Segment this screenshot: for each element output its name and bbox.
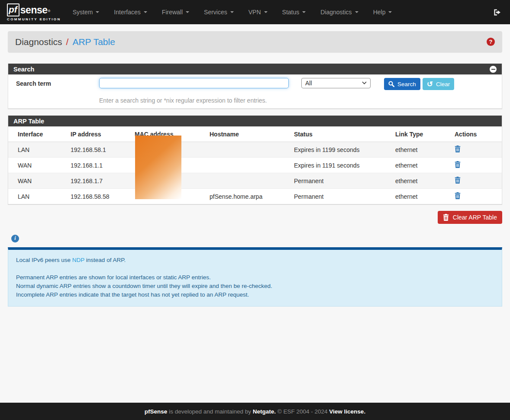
caret-down-icon <box>264 11 268 13</box>
cell-ip-address: 192.168.1.7 <box>71 173 135 189</box>
search-panel-header: Search <box>8 64 502 74</box>
note-ipv6: Local IPv6 peers use NDP instead of ARP. <box>16 256 494 265</box>
cell-status: Permanent <box>294 189 395 204</box>
breadcrumb-section: Diagnostics <box>15 37 62 47</box>
note-permanent: Permanent ARP entries are shown for loca… <box>16 273 494 282</box>
cell-link-type: ethernet <box>395 158 455 173</box>
menu-system[interactable]: System <box>65 0 107 24</box>
caret-down-icon <box>355 11 358 13</box>
trash-icon <box>455 145 461 152</box>
cell-link-type: ethernet <box>395 173 455 189</box>
menu-vpn[interactable]: VPN <box>241 0 275 24</box>
search-term-label: Search term <box>16 78 99 87</box>
mac-redaction-overlay <box>135 136 181 199</box>
logo-registered-mark: ® <box>48 6 51 16</box>
cell-link-type: ethernet <box>395 142 455 158</box>
cell-status: Expires in 1199 seconds <box>294 142 395 158</box>
cell-ip-address: 192.168.58.1 <box>71 142 135 158</box>
trash-icon <box>455 192 461 199</box>
info-icon: i <box>11 235 19 242</box>
search-panel: Search Search term All Search ↺ Clear En… <box>8 63 502 109</box>
menu-interfaces[interactable]: Interfaces <box>107 0 154 24</box>
caret-down-icon <box>144 11 147 13</box>
cell-hostname <box>210 142 294 158</box>
page-help-icon[interactable]: ? <box>487 38 495 46</box>
footer-pfsense-link[interactable]: pfSense <box>145 408 168 415</box>
cell-status: Expires in 1191 seconds <box>294 158 395 173</box>
search-icon <box>388 81 394 87</box>
col-ip-address: IP address <box>71 126 135 142</box>
trash-icon <box>455 161 461 168</box>
note-dynamic: Normal dynamic ARP entries show a countd… <box>16 282 494 291</box>
delete-arp-entry-button[interactable] <box>455 192 461 199</box>
menu-firewall[interactable]: Firewall <box>155 0 197 24</box>
top-navbar: pfsense® COMMUNITY EDITION System Interf… <box>0 0 510 24</box>
pfsense-logo[interactable]: pfsense® COMMUNITY EDITION <box>7 3 61 21</box>
cell-interface: WAN <box>8 173 71 189</box>
delete-arp-entry-button[interactable] <box>455 145 461 152</box>
col-status: Status <box>294 126 395 142</box>
search-input[interactable] <box>99 78 289 88</box>
trash-icon <box>455 177 461 184</box>
cell-hostname: pfSense.home.arpa <box>210 189 294 204</box>
arp-table: Interface IP address MAC address Hostnam… <box>8 126 502 204</box>
cell-interface: LAN <box>8 142 71 158</box>
search-help-text: Enter a search string or *nix regular ex… <box>99 97 494 104</box>
logo-sense: sense <box>20 5 48 15</box>
collapse-panel-icon[interactable] <box>490 66 497 73</box>
caret-down-icon <box>96 11 99 13</box>
table-row: LAN 192.168.58.1 Expires in 1199 seconds… <box>8 142 502 158</box>
arp-table-body: LAN 192.168.58.1 Expires in 1199 seconds… <box>8 142 502 204</box>
menu-diagnostics[interactable]: Diagnostics <box>313 0 365 24</box>
caret-down-icon <box>302 11 306 13</box>
arp-panel-header: ARP Table <box>8 116 502 126</box>
table-row: WAN 192.168.1.7 Permanent ethernet <box>8 173 502 189</box>
col-interface: Interface <box>8 126 71 142</box>
undo-icon: ↺ <box>427 81 433 88</box>
breadcrumb-page[interactable]: ARP Table <box>72 37 115 47</box>
cell-link-type: ethernet <box>395 189 455 204</box>
main-menu: System Interfaces Firewall Services VPN … <box>65 0 400 24</box>
col-hostname: Hostname <box>210 126 294 142</box>
arp-table-header-row: Interface IP address MAC address Hostnam… <box>8 126 502 142</box>
caret-down-icon <box>230 11 234 13</box>
cell-interface: LAN <box>8 189 71 204</box>
caret-down-icon <box>388 11 392 13</box>
menu-status[interactable]: Status <box>275 0 313 24</box>
table-row: WAN 192.168.1.1 Expires in 1191 seconds … <box>8 158 502 173</box>
breadcrumb-separator: / <box>66 37 69 47</box>
trash-icon <box>443 214 449 221</box>
menu-help[interactable]: Help <box>366 0 400 24</box>
ndp-link[interactable]: NDP <box>72 257 84 263</box>
sign-out-icon[interactable] <box>491 7 503 18</box>
filter-select[interactable]: All <box>301 78 371 88</box>
caret-down-icon <box>186 11 189 13</box>
cell-ip-address: 192.168.1.1 <box>71 158 135 173</box>
cell-hostname <box>210 173 294 189</box>
footer-netgate-link[interactable]: Netgate. <box>253 408 276 415</box>
search-button[interactable]: Search <box>384 78 420 90</box>
delete-arp-entry-button[interactable] <box>455 161 461 168</box>
clear-arp-table-button[interactable]: Clear ARP Table <box>438 211 502 224</box>
cell-ip-address: 192.168.58.58 <box>71 189 135 204</box>
arp-table-panel: ARP Table Interface IP address MAC addre… <box>8 115 502 204</box>
breadcrumb: Diagnostics/ARP Table ? <box>8 31 502 52</box>
delete-arp-entry-button[interactable] <box>455 177 461 184</box>
arp-panel-title: ARP Table <box>13 118 44 125</box>
col-actions: Actions <box>455 126 502 142</box>
search-panel-title: Search <box>13 66 34 73</box>
arp-notes-panel: Local IPv6 peers use NDP instead of ARP.… <box>8 247 502 307</box>
logo-pf: pf <box>7 3 19 16</box>
clear-search-button[interactable]: ↺ Clear <box>423 78 455 90</box>
table-row: LAN 192.168.58.58 pfSense.home.arpa Perm… <box>8 189 502 204</box>
note-incomplete: Incomplete ARP entries indicate that the… <box>16 291 494 299</box>
cell-status: Permanent <box>294 173 395 189</box>
menu-services[interactable]: Services <box>197 0 241 24</box>
cell-interface: WAN <box>8 158 71 173</box>
col-link-type: Link Type <box>395 126 455 142</box>
logo-edition: COMMUNITY EDITION <box>7 17 61 21</box>
page-footer: pfSense is developed and maintained by N… <box>0 403 510 420</box>
footer-view-license-link[interactable]: View license. <box>329 408 365 415</box>
cell-hostname <box>210 158 294 173</box>
